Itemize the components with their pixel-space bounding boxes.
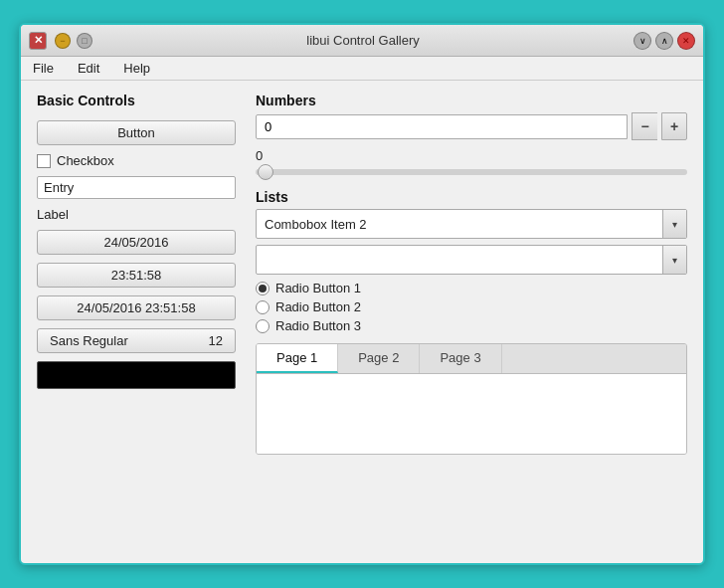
radio-button-3[interactable]: Radio Button 3 [256, 318, 687, 333]
spinbox-decrement[interactable]: − [632, 112, 657, 140]
date-picker[interactable]: 24/05/2016 [37, 230, 236, 255]
radio-3-label: Radio Button 3 [275, 318, 361, 333]
menu-file[interactable]: File [29, 59, 58, 78]
tabs-header: Page 1 Page 2 Page 3 [257, 344, 686, 374]
tab-content [257, 374, 686, 454]
title-btn-1[interactable]: ∨ [634, 32, 651, 50]
editcombobox-value[interactable] [257, 256, 662, 264]
title-btn-2[interactable]: ∧ [655, 32, 673, 50]
label-control: Label [37, 207, 236, 222]
spinbox-increment[interactable]: + [661, 112, 687, 140]
radio-1-label: Radio Button 1 [275, 281, 361, 295]
radio-2-indicator[interactable] [256, 300, 270, 314]
radio-3-indicator[interactable] [256, 319, 270, 333]
left-panel: Basic Controls Button Checkbox Label 24/… [37, 93, 236, 551]
font-name: Sans Regular [50, 333, 128, 348]
tab-page2[interactable]: Page 2 [338, 344, 420, 373]
time-picker[interactable]: 23:51:58 [37, 263, 236, 288]
lists-section: Lists Combobox Item 2 ▾ ▾ Radio Button 1 [256, 189, 687, 333]
tab-page1[interactable]: Page 1 [257, 344, 338, 373]
combobox[interactable]: Combobox Item 2 ▾ [256, 209, 687, 239]
lists-title: Lists [256, 189, 687, 205]
numbers-title: Numbers [256, 93, 687, 108]
minimize-button[interactable]: − [55, 33, 71, 49]
color-picker[interactable] [37, 361, 236, 389]
maximize-button[interactable]: □ [77, 33, 92, 49]
combobox-value: Combobox Item 2 [257, 213, 662, 236]
main-window: ✕ − □ libui Control Gallery ∨ ∧ ✕ File E… [19, 23, 705, 565]
datetime-picker[interactable]: 24/05/2016 23:51:58 [37, 295, 236, 320]
slider-container: 0 [256, 148, 687, 179]
window-title: libui Control Gallery [92, 33, 634, 48]
font-size: 12 [209, 333, 223, 348]
main-content: Basic Controls Button Checkbox Label 24/… [21, 81, 703, 563]
close-button[interactable]: ✕ [677, 32, 695, 50]
checkbox-label: Checkbox [57, 153, 114, 168]
basic-controls-title: Basic Controls [37, 93, 236, 108]
radio-1-indicator[interactable] [256, 282, 270, 295]
tab-page3[interactable]: Page 3 [420, 344, 501, 373]
menu-edit[interactable]: Edit [74, 59, 103, 78]
app-icon: ✕ [29, 32, 47, 50]
spinbox-input[interactable] [256, 114, 628, 139]
right-panel: Numbers − + 0 Lists Combobox Item 2 [256, 93, 687, 551]
font-picker[interactable]: Sans Regular 12 [37, 328, 236, 353]
titlebar: ✕ − □ libui Control Gallery ∨ ∧ ✕ [21, 25, 703, 57]
editcombobox-arrow[interactable]: ▾ [662, 246, 686, 274]
numbers-section: Numbers − + 0 [256, 93, 687, 179]
slider-thumb[interactable] [258, 164, 273, 180]
spinbox-row: − + [256, 112, 687, 140]
editable-combobox[interactable]: ▾ [256, 245, 687, 275]
radio-2-label: Radio Button 2 [275, 299, 361, 314]
checkbox-input[interactable] [37, 154, 51, 168]
window-controls[interactable]: ✕ − □ [29, 32, 92, 50]
entry-input[interactable] [37, 176, 236, 199]
combobox-arrow[interactable]: ▾ [662, 210, 686, 238]
menu-help[interactable]: Help [119, 59, 154, 78]
checkbox-row[interactable]: Checkbox [37, 153, 236, 168]
menubar: File Edit Help [21, 57, 703, 81]
radio-button-1[interactable]: Radio Button 1 [256, 281, 687, 295]
button-control[interactable]: Button [37, 120, 236, 145]
slider-value: 0 [256, 148, 687, 163]
radio-group: Radio Button 1 Radio Button 2 Radio Butt… [256, 281, 687, 333]
tabs-container: Page 1 Page 2 Page 3 [256, 343, 687, 455]
slider-track[interactable] [256, 169, 687, 175]
radio-button-2[interactable]: Radio Button 2 [256, 299, 687, 314]
